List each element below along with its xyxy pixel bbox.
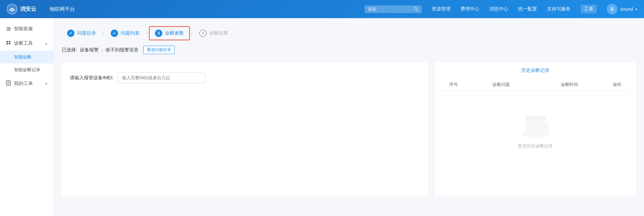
main-content: ✓ 问题目录 › ✓ 问题列表 › 3 诊断参数 › 4 诊断结果 已选择: 设…	[54, 18, 644, 216]
col-action: 操作	[604, 82, 631, 88]
top-navigation: 消安云 物联网平台 资源管理 费用中心 消息中心 统一配置 支持与服务 工单 S…	[0, 0, 644, 18]
nav-workorder[interactable]: 工单	[581, 5, 597, 13]
sidebar-group-workorder[interactable]: 我的工单 ▼	[0, 76, 53, 91]
svg-rect-5	[9, 41, 10, 42]
search-icon	[414, 7, 418, 11]
avatar: S	[607, 4, 618, 14]
nav-resource[interactable]: 资源管理	[432, 6, 450, 12]
workorder-icon	[5, 80, 11, 87]
selection-info: 已选择: 设备报警 › 收不到报警语音 重选问题目录	[62, 46, 636, 54]
app-logo[interactable]: 消安云	[7, 4, 36, 14]
empty-icon: ?	[519, 111, 552, 138]
history-empty-state: ? 暂无历史诊断记录	[440, 91, 631, 163]
chevron-down-icon: ▾	[636, 7, 637, 11]
nav-message[interactable]: 消息中心	[489, 6, 508, 12]
step-arrow-2: ›	[146, 31, 148, 36]
step4-label: 诊断结果	[209, 30, 228, 36]
selection-prefix: 已选择:	[62, 47, 77, 53]
step1-circle: ✓	[67, 30, 74, 37]
history-table-header: 序号 诊断问题 诊断时间 操作	[440, 79, 631, 91]
stepper: ✓ 问题目录 › ✓ 问题列表 › 3 诊断参数 › 4 诊断结果	[62, 26, 636, 40]
step-problem-list[interactable]: ✓ 问题列表	[105, 27, 145, 40]
step2-circle: ✓	[111, 30, 118, 37]
step2-label: 问题列表	[121, 30, 140, 36]
svg-rect-6	[6, 43, 8, 44]
chevron-down-icon: ▼	[45, 82, 48, 86]
platform-name: 物联网平台	[50, 6, 75, 12]
tool-icon	[5, 40, 11, 47]
nav-billing[interactable]: 费用中心	[461, 6, 479, 12]
sidebar-item-smart-diag-record[interactable]: 智能诊断记录	[0, 63, 53, 76]
sidebar: ⊞ 智能套服 诊断工具 ▲ 智能诊断 智能诊断记录	[0, 18, 54, 216]
imei-input[interactable]	[118, 72, 205, 83]
layers-icon: ⊞	[5, 26, 11, 32]
search-bar[interactable]	[365, 5, 422, 13]
svg-rect-7	[9, 43, 10, 44]
svg-rect-17	[528, 126, 540, 127]
step-problem-catalog[interactable]: ✓ 问题目录	[62, 27, 101, 40]
form-panel: 请输入报管设备IMEI:	[62, 62, 428, 197]
history-empty-text: 暂无历史诊断记录	[518, 143, 553, 149]
step4-circle: 4	[199, 30, 207, 37]
chevron-up-icon: ▲	[45, 42, 48, 45]
nav-config[interactable]: 统一配置	[518, 6, 537, 12]
step-arrow-1: ›	[103, 31, 104, 36]
step3-label: 诊断参数	[165, 30, 184, 36]
col-number: 序号	[440, 82, 467, 88]
history-title: 历史诊断记录	[440, 68, 631, 74]
nav-items: 资源管理 费用中心 消息中心 统一配置 支持与服务 工单	[432, 5, 597, 13]
svg-rect-4	[6, 41, 8, 42]
imei-label: 请输入报管设备IMEI:	[70, 75, 114, 81]
sidebar-item-smart-service[interactable]: ⊞ 智能套服	[0, 21, 53, 36]
svg-line-3	[417, 10, 418, 11]
svg-rect-18	[528, 129, 537, 130]
selection-arrow: ›	[101, 47, 103, 53]
step-diag-result[interactable]: 4 诊断结果	[194, 27, 233, 40]
sidebar-item-smart-diag[interactable]: 智能诊断	[0, 51, 53, 63]
username: sound	[620, 6, 633, 12]
user-menu[interactable]: S sound ▾	[607, 4, 637, 14]
history-panel: 历史诊断记录 序号 诊断问题 诊断时间 操作 ?	[435, 62, 636, 197]
svg-point-1	[11, 9, 13, 11]
search-input[interactable]	[368, 7, 412, 12]
selection-category: 设备报警	[80, 47, 99, 53]
sidebar-label-smart-service: 智能套服	[14, 26, 33, 32]
svg-point-15	[542, 117, 544, 119]
svg-point-0	[7, 4, 17, 14]
col-diag-problem: 诊断问题	[467, 82, 535, 88]
col-diag-time: 诊断时间	[535, 82, 604, 88]
sidebar-group-diag-tools[interactable]: 诊断工具 ▲	[0, 36, 53, 51]
sidebar-label-workorder: 我的工单	[14, 81, 33, 87]
logo-text: 消安云	[20, 6, 36, 13]
sidebar-label-smart-diag-record: 智能诊断记录	[14, 67, 40, 72]
reselect-button[interactable]: 重选问题目录	[143, 46, 175, 54]
step-diag-params[interactable]: 3 诊断参数	[149, 26, 190, 40]
sidebar-label-smart-diag: 智能诊断	[14, 54, 32, 59]
step1-label: 问题目录	[77, 30, 96, 36]
svg-rect-16	[528, 123, 543, 124]
sidebar-label-diag-tools: 诊断工具	[14, 40, 33, 46]
imei-form-row: 请输入报管设备IMEI:	[70, 72, 420, 83]
svg-text:?: ?	[541, 125, 545, 133]
step3-circle: 3	[155, 30, 162, 37]
content-layout: 请输入报管设备IMEI: 历史诊断记录 序号 诊断问题 诊断时间 操作	[62, 62, 636, 197]
selection-item: 收不到报警语音	[106, 47, 139, 53]
nav-support[interactable]: 支持与服务	[547, 6, 571, 12]
step-arrow-3: ›	[191, 31, 193, 36]
